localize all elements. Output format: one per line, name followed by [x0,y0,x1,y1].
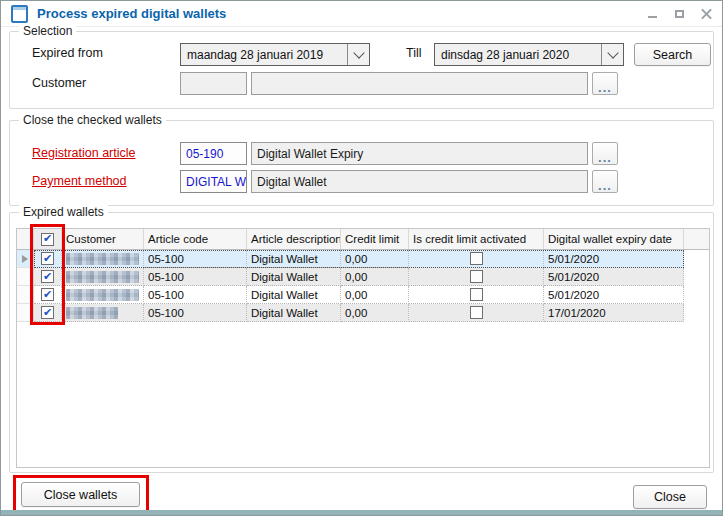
article-code-cell: 05-100 [144,304,247,322]
search-button-label: Search [653,48,693,62]
current-row-arrow-icon [22,255,28,263]
row-selector-header-cell [17,229,34,249]
registration-article-browse-button[interactable]: ... [592,142,618,165]
expiry-date-cell: 5/01/2020 [544,268,684,286]
row-selector-cell[interactable] [17,250,34,268]
credit-limit-cell: 0,00 [341,250,409,268]
window-controls [646,8,712,20]
article-description-cell: Digital Wallet [247,286,341,304]
payment-method-browse-button[interactable]: ... [592,170,618,193]
credit-limit-activated-checkbox[interactable] [470,306,483,319]
maximize-button[interactable] [673,8,685,20]
row-checkbox[interactable] [41,288,54,301]
selection-group: Selection Expired from maandag 28 januar… [9,31,714,109]
row-checkbox[interactable] [41,270,54,283]
payment-method-description-field[interactable]: Digital Wallet [251,170,588,193]
expired-wallets-table: Customer Article code Article descriptio… [16,228,710,468]
payment-method-link[interactable]: Payment method [32,174,127,188]
credit-limit-activated-cell[interactable] [409,304,544,322]
row-checkbox[interactable] [41,306,54,319]
minimize-button[interactable] [646,8,658,20]
close-wallets-button-label: Close wallets [44,488,118,502]
chevron-down-icon [607,47,618,58]
registration-article-code-field[interactable]: 05-190 [180,142,247,165]
credit-limit-activated-checkbox[interactable] [470,288,483,301]
minimize-icon [648,16,657,18]
article-description-cell: Digital Wallet [247,268,341,286]
redacted-customer-name [66,289,139,301]
till-value: dinsdag 28 januari 2020 [435,44,601,65]
table-row[interactable]: 05-100 Digital Wallet 0,00 5/01/2020 [17,250,709,268]
row-check-cell[interactable] [34,286,62,304]
registration-article-link[interactable]: Registration article [32,146,136,160]
row-check-cell[interactable] [34,304,62,322]
credit-limit-activated-checkbox[interactable] [470,270,483,283]
expiry-date-cell: 17/01/2020 [544,304,684,322]
column-header-credit-limit[interactable]: Credit limit [341,229,409,249]
customer-label: Customer [32,76,86,90]
expired-wallets-group-label: Expired wallets [19,205,108,219]
credit-limit-activated-cell[interactable] [409,250,544,268]
article-description-cell: Digital Wallet [247,250,341,268]
payment-method-code-field[interactable]: DIGITAL W [180,170,247,193]
customer-cell [62,268,144,286]
credit-limit-activated-cell[interactable] [409,286,544,304]
expiry-date-cell: 5/01/2020 [544,250,684,268]
column-header-article-code[interactable]: Article code [144,229,247,249]
expired-from-combobox[interactable]: maandag 28 januari 2019 [180,43,370,66]
maximize-icon [675,10,684,18]
expiry-date-cell: 5/01/2020 [544,286,684,304]
redacted-customer-name [66,307,118,319]
till-label: Till [406,46,422,60]
customer-cell [62,250,144,268]
column-header-expiry-date[interactable]: Digital wallet expiry date [544,229,684,249]
expired-from-value: maandag 28 januari 2019 [181,44,347,65]
customer-browse-button[interactable]: ... [592,72,618,95]
credit-limit-activated-cell[interactable] [409,268,544,286]
table-row[interactable]: 05-100 Digital Wallet 0,00 17/01/2020 [17,304,709,322]
row-check-cell[interactable] [34,250,62,268]
article-code-cell: 05-100 [144,286,247,304]
close-checked-wallets-group: Close the checked wallets Registration a… [9,120,714,206]
row-selector-cell[interactable] [17,304,34,322]
row-checkbox[interactable] [41,252,54,265]
close-button-label: Close [654,490,686,504]
expired-from-dropdown-button[interactable] [347,44,369,65]
credit-limit-cell: 0,00 [341,304,409,322]
expired-wallets-group: Expired wallets Customer Article code Ar… [9,212,714,473]
title-bar: Process expired digital wallets [1,1,722,27]
customer-name-field[interactable] [251,72,588,95]
window-form-icon [11,5,28,23]
close-button[interactable]: Close [633,485,707,509]
column-header-customer[interactable]: Customer [62,229,144,249]
expired-from-label: Expired from [32,46,103,60]
search-button[interactable]: Search [634,43,711,66]
column-header-article-description[interactable]: Article description [247,229,341,249]
select-all-header-cell[interactable] [34,229,62,249]
process-expired-digital-wallets-dialog: Process expired digital wallets Selectio… [0,0,723,516]
close-window-button[interactable] [700,8,712,20]
window-title: Process expired digital wallets [37,6,226,21]
column-header-is-credit-limit-activated[interactable]: Is credit limit activated [409,229,544,249]
redacted-customer-name [66,253,139,265]
selection-group-label: Selection [19,24,76,38]
till-combobox[interactable]: dinsdag 28 januari 2020 [434,43,624,66]
redacted-customer-name [66,271,139,283]
till-dropdown-button[interactable] [601,44,623,65]
customer-code-field[interactable] [180,72,247,95]
close-wallets-button[interactable]: Close wallets [21,482,140,507]
table-row[interactable]: 05-100 Digital Wallet 0,00 5/01/2020 [17,286,709,304]
row-check-cell[interactable] [34,268,62,286]
customer-cell [62,286,144,304]
close-checked-group-label: Close the checked wallets [19,113,166,127]
select-all-checkbox[interactable] [41,233,54,246]
row-selector-cell[interactable] [17,286,34,304]
credit-limit-activated-checkbox[interactable] [470,252,483,265]
credit-limit-cell: 0,00 [341,268,409,286]
registration-article-description-field[interactable]: Digital Wallet Expiry [251,142,588,165]
article-code-cell: 05-100 [144,250,247,268]
row-selector-cell[interactable] [17,268,34,286]
window-bottom-border [1,510,722,515]
customer-cell [62,304,144,322]
table-row[interactable]: 05-100 Digital Wallet 0,00 5/01/2020 [17,268,709,286]
